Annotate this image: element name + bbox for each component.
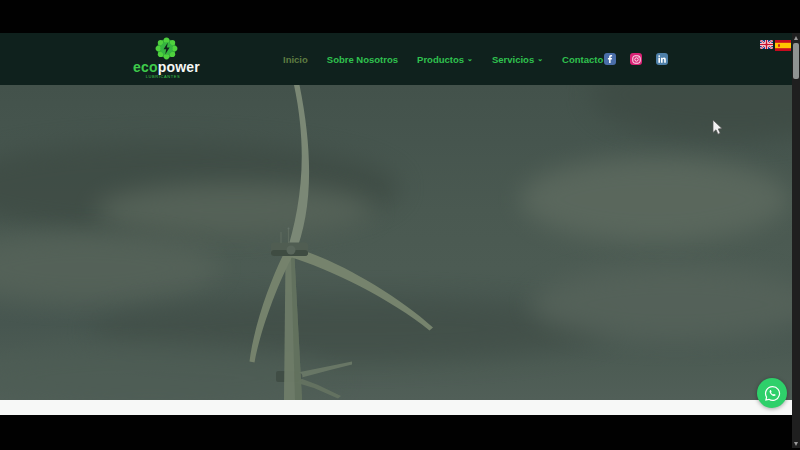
- nav-item-contacto[interactable]: Contacto: [562, 54, 603, 65]
- flag-united-kingdom-icon[interactable]: [760, 40, 773, 49]
- next-section-top: [0, 400, 792, 415]
- scrollbar-down-arrow[interactable]: [792, 439, 800, 448]
- nav-item-sobre-nosotros[interactable]: Sobre Nosotros: [327, 54, 398, 65]
- chevron-down-icon: ⌄: [537, 55, 543, 62]
- flag-spain-icon[interactable]: [775, 40, 791, 51]
- letterbox-top: [0, 0, 800, 33]
- letterbox-bottom: [0, 415, 800, 450]
- logo-leaf-bolt-icon: [155, 37, 178, 60]
- nav-item-inicio[interactable]: Inicio: [283, 54, 308, 65]
- scrollbar-thumb[interactable]: [793, 43, 799, 79]
- main-navbar: ecopower LUBRICANTES Inicio Sobre Nosotr…: [0, 33, 792, 85]
- linkedin-icon[interactable]: [656, 53, 668, 65]
- nav-item-servicios[interactable]: Servicios⌄: [492, 54, 543, 65]
- nav-item-productos[interactable]: Productos⌄: [417, 54, 473, 65]
- facebook-icon[interactable]: [604, 53, 616, 65]
- language-switcher: [760, 40, 791, 51]
- logo-power: power: [158, 59, 200, 75]
- hero-wind-turbine-image: [0, 85, 792, 400]
- whatsapp-icon[interactable]: [757, 378, 787, 408]
- browser-viewport: ecopower LUBRICANTES Inicio Sobre Nosotr…: [0, 0, 800, 450]
- logo-wordmark: ecopower: [133, 59, 193, 75]
- main-navigation: Inicio Sobre Nosotros Productos⌄ Servici…: [283, 33, 603, 85]
- logo-eco: eco: [133, 59, 158, 75]
- browser-scrollbar: [792, 33, 800, 448]
- chevron-down-icon: ⌄: [467, 55, 473, 62]
- wind-turbines-graphic: [0, 85, 792, 400]
- scrollbar-up-arrow[interactable]: [792, 33, 800, 42]
- instagram-icon[interactable]: [630, 53, 642, 65]
- logo-tagline: LUBRICANTES: [133, 74, 193, 79]
- logo[interactable]: ecopower LUBRICANTES: [133, 34, 193, 84]
- mouse-cursor: [712, 120, 725, 136]
- social-links: [604, 33, 668, 85]
